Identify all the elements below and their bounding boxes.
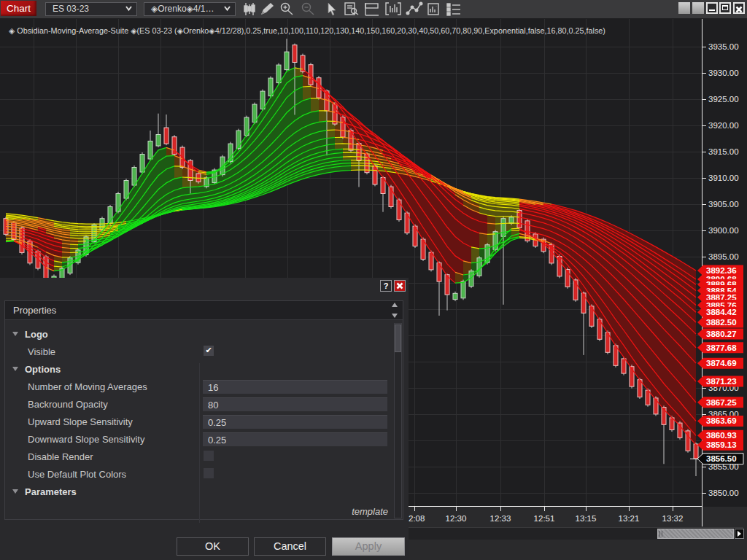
svg-text:13:32: 13:32	[662, 514, 684, 523]
svg-text:3863.69: 3863.69	[706, 416, 737, 425]
svg-text:3860.93: 3860.93	[706, 431, 737, 440]
svg-text:12:30: 12:30	[446, 514, 467, 523]
svg-text:3915.00: 3915.00	[708, 147, 739, 156]
svg-text:3871.23: 3871.23	[706, 377, 737, 386]
svg-text:3867.25: 3867.25	[706, 398, 737, 407]
svg-text:3882.50: 3882.50	[706, 318, 737, 327]
svg-text:3859.13: 3859.13	[706, 440, 737, 449]
svg-text:3920.00: 3920.00	[708, 121, 739, 130]
svg-text:3892.36: 3892.36	[706, 266, 737, 275]
svg-text:◈ Obsidian-Moving-Average-Suit: ◈ Obsidian-Moving-Average-Suite ◈(ES 03-…	[9, 26, 605, 35]
svg-text:12:33: 12:33	[490, 514, 511, 523]
svg-text:3880.27: 3880.27	[706, 330, 737, 338]
svg-text:3925.00: 3925.00	[708, 95, 739, 104]
svg-text:3877.68: 3877.68	[706, 343, 737, 352]
svg-text:12:51: 12:51	[534, 514, 555, 523]
svg-text:13:15: 13:15	[576, 514, 597, 523]
svg-text:13:21: 13:21	[619, 514, 640, 523]
svg-text:3935.00: 3935.00	[708, 42, 739, 51]
svg-text:3874.69: 3874.69	[706, 359, 737, 368]
svg-text:3900.00: 3900.00	[708, 226, 739, 235]
svg-text:3910.00: 3910.00	[708, 174, 739, 182]
svg-text:3850.00: 3850.00	[708, 489, 739, 497]
svg-text:3930.00: 3930.00	[708, 69, 739, 77]
svg-text:3905.00: 3905.00	[708, 200, 739, 209]
svg-text:3895.00: 3895.00	[708, 252, 739, 261]
svg-text:3884.42: 3884.42	[706, 308, 737, 316]
svg-text:3856.50: 3856.50	[706, 454, 737, 463]
